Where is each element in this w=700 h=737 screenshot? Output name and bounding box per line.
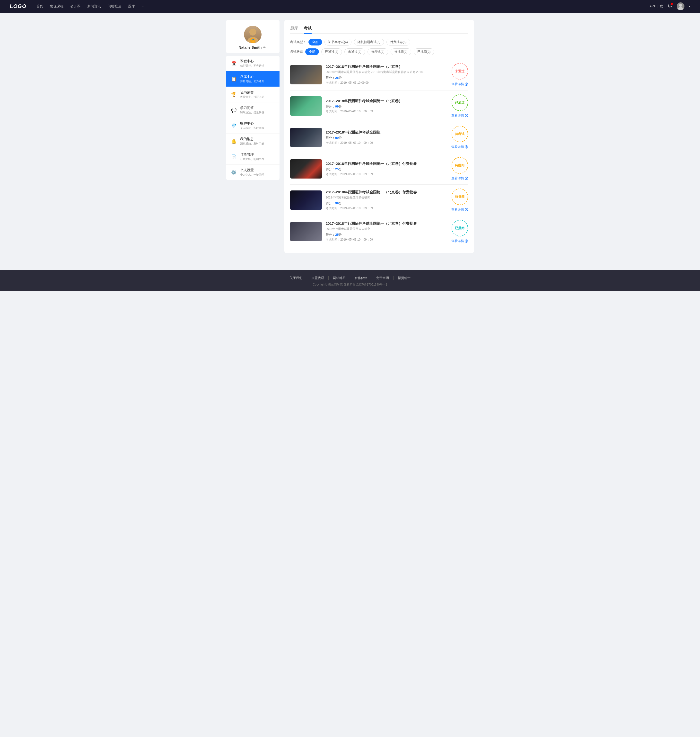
sidebar-item-order[interactable]: 📄 订单管理 订单支出、明明白白 [226, 149, 279, 165]
footer-link[interactable]: 免责声明 [372, 276, 394, 280]
footer-copyright: Copyright© 云朵商学院 版权所有 京ICP备17051340号－1 [5, 283, 695, 287]
view-detail-button[interactable]: 查看详情 [451, 145, 468, 149]
exam-score: 得分：25分 [326, 76, 447, 80]
main-nav: 首页 发现课程 公开课 新闻资讯 问答社区 题库 ··· [36, 4, 650, 9]
cert-icon: 🏆 [230, 91, 238, 99]
status-filter-passed[interactable]: 已通过(2) [321, 49, 342, 55]
exam-time: 考试时间：2019–05–03 10：09：09 [326, 109, 447, 113]
sidebar-nav: 📅 课程中心 精彩课程、不容错过 📋 题库中心 海量习题、助力通关 🏆 证书荣誉… [226, 56, 279, 180]
view-detail-button[interactable]: 查看详情 [451, 82, 468, 86]
exam-title: 2017–2018年行测证件考试全国统一（北京卷） [326, 99, 447, 103]
sidebar-item-order-sub: 订单支出、明明白白 [240, 158, 264, 161]
profile-badge: 🏅 [250, 38, 256, 43]
message-icon: 🔔 [230, 137, 238, 145]
footer-link[interactable]: 招贤纳士 [394, 276, 415, 280]
nav-open-course[interactable]: 公开课 [70, 4, 81, 9]
sidebar-item-cert[interactable]: 🏆 证书荣誉 收获荣誉、持证上岗 [226, 87, 279, 102]
sidebar-item-qa[interactable]: 💬 学习问答 课后重温、疑难解答 [226, 102, 279, 118]
exam-time: 考试时间：2019–05–03 10：09：09 [326, 206, 447, 211]
nav-home[interactable]: 首页 [36, 4, 43, 9]
nav-question-bank[interactable]: 题库 [128, 4, 135, 9]
exam-time: 考试时间：2019–05–03 10：09：09 [326, 172, 447, 176]
status-stamp: 待批阅 [451, 189, 468, 205]
sidebar-item-course-sub: 精彩课程、不容错过 [240, 64, 264, 68]
user-dropdown-arrow[interactable]: ▾ [689, 4, 690, 8]
sidebar-item-message[interactable]: 🔔 我的消息 消息通知、及时了解 [226, 134, 279, 149]
type-filter-random[interactable]: 随机抽题考试(5) [354, 39, 384, 46]
exam-title: 2017–2018年行测证件考试全国统一（北京卷）付费批卷 [326, 162, 447, 166]
status-filter-failed[interactable]: 未通过(2) [344, 49, 365, 55]
exam-item: 2017–2018年行测证件考试全国统一（北京卷） 得分：99分 考试时间：20… [290, 90, 468, 122]
sidebar-item-qb-title: 题库中心 [240, 75, 264, 79]
tab-question-bank[interactable]: 题库 [290, 26, 298, 33]
sidebar-item-question-bank[interactable]: 📋 题库中心 海量习题、助力通关 [226, 71, 279, 87]
exam-desc: 2018年行测考试是最值得多去研究 [326, 227, 428, 231]
type-filter-cert[interactable]: 证书类考试(4) [325, 39, 351, 46]
header-right: APP下载 ▾ [650, 3, 690, 10]
view-detail-button[interactable]: 查看详情 [451, 208, 468, 212]
exam-right: 待批阅 查看详情 [451, 157, 468, 180]
footer-link[interactable]: 关于我们 [285, 276, 307, 280]
exam-thumb [290, 190, 322, 210]
nav-qa[interactable]: 问答社区 [108, 4, 121, 9]
nav-news[interactable]: 新闻资讯 [87, 4, 101, 9]
exam-item: 2017–2018年行测证件考试全国统一 得分：99分 考试时间：2019–05… [290, 122, 468, 153]
logo: LOGO [10, 3, 26, 9]
nav-discover[interactable]: 发现课程 [50, 4, 63, 9]
profile-name-row: Natalie Smith ✏ [238, 45, 267, 49]
exam-right: 待批阅 查看详情 [451, 189, 468, 212]
sidebar-item-cert-sub: 收获荣誉、持证上岗 [240, 95, 264, 99]
view-detail-button[interactable]: 查看详情 [451, 176, 468, 180]
footer-link[interactable]: 加盟代理 [307, 276, 329, 280]
sidebar-item-settings[interactable]: ⚙️ 个人设置 个人信息、一键管理 [226, 165, 279, 180]
exam-score: 得分：25分 [326, 167, 447, 171]
footer-link[interactable]: 网站地图 [329, 276, 350, 280]
type-filter-label: 考试类型： [290, 40, 306, 44]
sidebar-item-qa-sub: 课后重温、疑难解答 [240, 111, 264, 114]
exam-desc: 2018年行测考试是最值得多去研究 [326, 196, 428, 200]
exam-score: 得分：99分 [326, 104, 447, 109]
profile-username: Natalie Smith [238, 45, 262, 49]
user-avatar[interactable] [676, 3, 684, 10]
sidebar-item-account[interactable]: 💎 账户中心 个人权益、实时掌握 [226, 118, 279, 134]
account-icon: 💎 [230, 122, 238, 130]
status-filter-pending-exam[interactable]: 待考试(2) [368, 49, 388, 55]
exam-thumb [290, 65, 322, 84]
svg-point-1 [679, 4, 682, 7]
sidebar-item-course[interactable]: 📅 课程中心 精彩课程、不容错过 [226, 56, 279, 71]
notification-bell[interactable] [668, 3, 672, 9]
status-filter-reviewed[interactable]: 已批阅(2) [414, 49, 434, 55]
avatar: 🏅 [244, 26, 262, 43]
exam-thumb [290, 222, 322, 241]
status-filter-pending-review[interactable]: 待批阅(2) [391, 49, 411, 55]
view-detail-button[interactable]: 查看详情 [451, 113, 468, 118]
nav-more[interactable]: ··· [142, 4, 145, 9]
content-tabs: 题库 考试 [290, 26, 468, 34]
status-filter-all[interactable]: 全部 [305, 49, 319, 55]
type-filter-paid[interactable]: 付费批卷(6) [387, 39, 410, 46]
status-stamp: 待考试 [451, 126, 468, 142]
sidebar-item-cert-title: 证书荣誉 [240, 90, 264, 94]
edit-profile-icon[interactable]: ✏ [263, 46, 267, 49]
exam-score: 得分：25分 [326, 233, 447, 237]
view-detail-button[interactable]: 查看详情 [451, 239, 468, 243]
exam-info: 2017–2018年行测证件考试全国统一（北京卷） 得分：99分 考试时间：20… [326, 99, 447, 113]
exam-right: 未通过 查看详情 [451, 63, 468, 86]
type-filter-row: 考试类型： 全部 证书类考试(4) 随机抽题考试(5) 付费批卷(6) [290, 39, 468, 46]
type-filter-all[interactable]: 全部 [309, 39, 322, 46]
svg-point-3 [249, 29, 256, 35]
sidebar: 🏅 Natalie Smith ✏ 📅 课程中心 精彩课程、不容错过 📋 题库中… [226, 20, 279, 253]
footer: 关于我们加盟代理网站地图合作伙伴免责声明招贤纳士 Copyright© 云朵商学… [0, 270, 700, 291]
tab-exam[interactable]: 考试 [304, 26, 312, 33]
exam-thumb [290, 128, 322, 147]
exam-title: 2017–2018年行测证件考试全国统一（北京卷） [326, 65, 447, 69]
exam-item: 2017–2018年行测证件考试全国统一（北京卷） 2018年行测考试是最值得多… [290, 59, 468, 90]
sidebar-item-qa-title: 学习问答 [240, 106, 264, 110]
settings-icon: ⚙️ [230, 168, 238, 176]
exam-desc: 2018年行测考试是最值得多去研究 2018年行测考试是最值得多去研究 2018… [326, 70, 428, 74]
exam-score: 得分：99分 [326, 136, 447, 140]
exam-title: 2017–2018年行测证件考试全国统一 [326, 130, 447, 135]
app-download-button[interactable]: APP下载 [650, 4, 663, 9]
footer-link[interactable]: 合作伙伴 [350, 276, 372, 280]
exam-info: 2017–2018年行测证件考试全国统一（北京卷）付费批卷 2018年行测考试是… [326, 190, 447, 211]
